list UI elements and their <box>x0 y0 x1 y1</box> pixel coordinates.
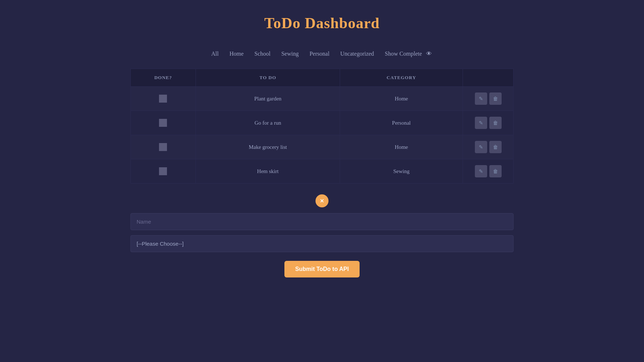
delete-button[interactable]: 🗑 <box>489 92 502 105</box>
done-cell <box>131 111 196 135</box>
page-title: ToDo Dashboard <box>264 14 379 32</box>
delete-button[interactable]: 🗑 <box>489 141 502 153</box>
table-row: Plant gardenHome✎🗑 <box>131 87 514 111</box>
table-row: Make grocery listHome✎🗑 <box>131 135 514 159</box>
show-complete-label: Show Complete <box>385 51 422 57</box>
header-category: CATEGORY <box>340 69 463 87</box>
filter-personal[interactable]: Personal <box>309 51 329 57</box>
delete-button[interactable]: 🗑 <box>489 117 502 129</box>
header-actions <box>463 69 514 87</box>
table-row: Go for a runPersonal✎🗑 <box>131 111 514 135</box>
header-todo: TO DO <box>196 69 340 87</box>
edit-button[interactable]: ✎ <box>475 92 487 105</box>
category-select[interactable]: [--Please Choose--]HomeSchoolSewingPerso… <box>130 235 514 252</box>
todo-text: Make grocery list <box>196 135 340 159</box>
filter-home[interactable]: Home <box>229 51 244 57</box>
done-cell <box>131 159 196 184</box>
delete-button[interactable]: 🗑 <box>489 165 502 177</box>
submit-button[interactable]: Submit ToDo to API <box>284 261 360 277</box>
name-input[interactable] <box>130 213 514 230</box>
done-cell <box>131 87 196 111</box>
done-checkbox[interactable] <box>159 119 167 127</box>
table-row: Hem skirtSewing✎🗑 <box>131 159 514 184</box>
edit-button[interactable]: ✎ <box>475 117 487 129</box>
actions-cell: ✎🗑 <box>463 111 514 135</box>
page-container: ToDo Dashboard All Home School Sewing Pe… <box>0 0 644 277</box>
actions-cell: ✎🗑 <box>463 159 514 184</box>
table-header-row: DONE? TO DO CATEGORY <box>131 69 514 87</box>
filter-nav: All Home School Sewing Personal Uncatego… <box>211 50 433 58</box>
add-todo-form: [--Please Choose--]HomeSchoolSewingPerso… <box>130 213 514 277</box>
header-done: DONE? <box>131 69 196 87</box>
todo-text: Plant garden <box>196 87 340 111</box>
todo-text: Go for a run <box>196 111 340 135</box>
category-text: Home <box>340 87 463 111</box>
done-cell <box>131 135 196 159</box>
add-todo-button[interactable]: × <box>315 194 329 207</box>
category-text: Sewing <box>340 159 463 184</box>
eye-icon: 👁 <box>425 50 433 58</box>
todo-table: DONE? TO DO CATEGORY Plant gardenHome✎🗑G… <box>130 69 514 184</box>
done-checkbox[interactable] <box>159 167 167 175</box>
filter-uncategorized[interactable]: Uncategorized <box>340 51 374 57</box>
todo-text: Hem skirt <box>196 159 340 184</box>
category-text: Home <box>340 135 463 159</box>
filter-school[interactable]: School <box>254 51 270 57</box>
done-checkbox[interactable] <box>159 143 167 151</box>
filter-all[interactable]: All <box>211 51 218 57</box>
done-checkbox[interactable] <box>159 95 167 103</box>
edit-button[interactable]: ✎ <box>475 165 487 177</box>
edit-button[interactable]: ✎ <box>475 141 487 153</box>
filter-sewing[interactable]: Sewing <box>281 51 299 57</box>
actions-cell: ✎🗑 <box>463 135 514 159</box>
actions-cell: ✎🗑 <box>463 87 514 111</box>
category-text: Personal <box>340 111 463 135</box>
show-complete-button[interactable]: Show Complete 👁 <box>385 50 433 58</box>
